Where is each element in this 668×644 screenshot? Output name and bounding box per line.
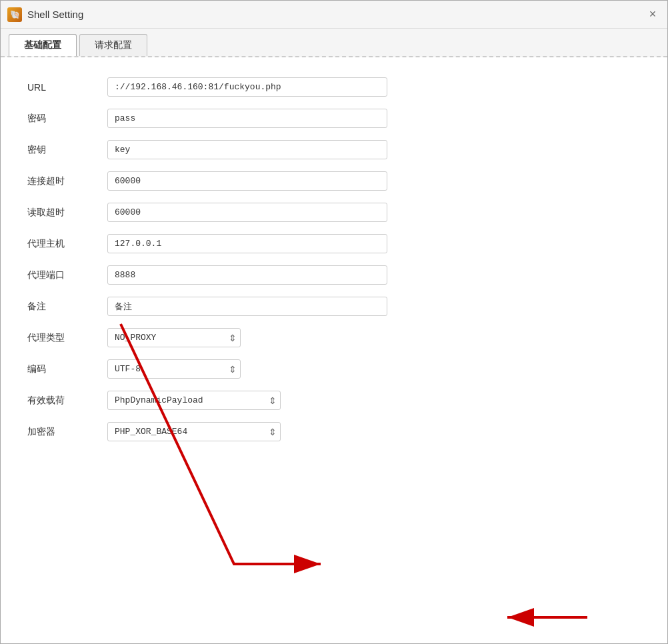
title-bar: 🐚 Shell Setting × [1, 1, 667, 29]
label-proxy-port: 代理端口 [27, 269, 107, 281]
input-proxy-port[interactable] [107, 265, 387, 285]
label-key: 密钥 [27, 144, 107, 156]
field-row-proxy-port: 代理端口 [27, 265, 641, 285]
select-encoder[interactable]: PHP_XOR_BASE64 PHP_XOR BASE64 NONE [107, 422, 281, 441]
tab-request[interactable]: 请求配置 [79, 34, 147, 56]
input-read-timeout[interactable] [107, 203, 387, 222]
field-row-encoder: 加密器 PHP_XOR_BASE64 PHP_XOR BASE64 NONE ⇕ [27, 422, 641, 441]
close-button[interactable]: × [645, 7, 661, 23]
field-row-payload: 有效载荷 PhpDynamicPayload PhpStaticPayload … [27, 391, 641, 410]
input-url[interactable] [107, 77, 387, 97]
tab-basic[interactable]: 基础配置 [9, 34, 77, 56]
form-content: URL 密码 密钥 连接超时 读取超时 代理主机 代理端口 备注 [1, 57, 667, 643]
window-title: Shell Setting [27, 9, 645, 20]
select-wrapper-encoding: UTF-8 GBK GB2312 ⇕ [107, 359, 241, 379]
label-proxy-type: 代理类型 [27, 332, 107, 344]
field-row-proxy-host: 代理主机 [27, 234, 641, 253]
field-row-password: 密码 [27, 109, 641, 128]
label-encoding: 编码 [27, 363, 107, 375]
select-proxy-type[interactable]: NO_PROXY HTTP SOCKS4 SOCKS5 [107, 328, 241, 347]
field-row-key: 密钥 [27, 140, 641, 159]
field-row-proxy-type: 代理类型 NO_PROXY HTTP SOCKS4 SOCKS5 ⇕ [27, 328, 641, 347]
input-connect-timeout[interactable] [107, 171, 387, 191]
select-payload[interactable]: PhpDynamicPayload PhpStaticPayload [107, 391, 281, 410]
select-encoding[interactable]: UTF-8 GBK GB2312 [107, 359, 241, 379]
label-read-timeout: 读取超时 [27, 207, 107, 219]
label-payload: 有效载荷 [27, 395, 107, 407]
field-row-url: URL [27, 77, 641, 97]
label-proxy-host: 代理主机 [27, 238, 107, 250]
main-window: 🐚 Shell Setting × 基础配置 请求配置 URL 密码 密钥 连接… [0, 0, 668, 644]
select-wrapper-encoder: PHP_XOR_BASE64 PHP_XOR BASE64 NONE ⇕ [107, 422, 281, 441]
field-row-read-timeout: 读取超时 [27, 203, 641, 222]
input-note[interactable] [107, 297, 387, 316]
field-row-note: 备注 [27, 297, 641, 316]
label-url: URL [27, 82, 107, 93]
tab-bar: 基础配置 请求配置 [1, 29, 667, 57]
field-row-encoding: 编码 UTF-8 GBK GB2312 ⇕ [27, 359, 641, 379]
label-password: 密码 [27, 113, 107, 125]
input-proxy-host[interactable] [107, 234, 387, 253]
label-encoder: 加密器 [27, 426, 107, 438]
input-password[interactable] [107, 109, 387, 128]
select-wrapper-payload: PhpDynamicPayload PhpStaticPayload ⇕ [107, 391, 281, 410]
input-key[interactable] [107, 140, 387, 159]
select-wrapper-proxy-type: NO_PROXY HTTP SOCKS4 SOCKS5 ⇕ [107, 328, 241, 347]
label-connect-timeout: 连接超时 [27, 175, 107, 187]
field-row-connect-timeout: 连接超时 [27, 171, 641, 191]
label-note: 备注 [27, 301, 107, 313]
app-icon: 🐚 [7, 7, 22, 22]
